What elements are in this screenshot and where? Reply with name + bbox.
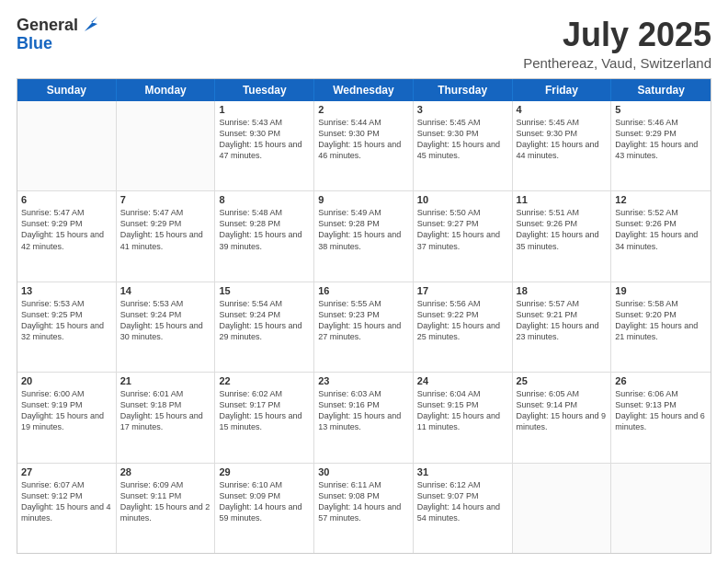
- sunrise-text: Sunrise: 5:54 AM: [219, 298, 310, 309]
- cal-cell-0-4: 3Sunrise: 5:45 AMSunset: 9:30 PMDaylight…: [414, 101, 513, 190]
- sunset-text: Sunset: 9:14 PM: [517, 399, 608, 410]
- day-number: 4: [517, 104, 608, 115]
- daylight-text: Daylight: 15 hours and 27 minutes.: [318, 320, 409, 342]
- calendar: Sunday Monday Tuesday Wednesday Thursday…: [17, 78, 711, 554]
- sunset-text: Sunset: 9:12 PM: [21, 490, 112, 501]
- daylight-text: Daylight: 15 hours and 39 minutes.: [219, 229, 310, 251]
- sunrise-text: Sunrise: 6:12 AM: [417, 479, 508, 490]
- sunrise-text: Sunrise: 5:50 AM: [417, 207, 508, 218]
- sunrise-text: Sunrise: 5:49 AM: [318, 207, 409, 218]
- day-number: 26: [615, 375, 707, 386]
- day-number: 24: [417, 375, 508, 386]
- sunrise-text: Sunrise: 6:09 AM: [120, 479, 211, 490]
- day-number: 29: [219, 466, 310, 477]
- sunset-text: Sunset: 9:18 PM: [120, 399, 211, 410]
- cal-cell-3-3: 23Sunrise: 6:03 AMSunset: 9:16 PMDayligh…: [314, 373, 414, 462]
- sunset-text: Sunset: 9:13 PM: [615, 399, 707, 410]
- daylight-text: Daylight: 15 hours and 46 minutes.: [318, 139, 409, 161]
- day-number: 13: [21, 285, 112, 296]
- daylight-text: Daylight: 15 hours and 6 minutes.: [615, 410, 707, 432]
- sunset-text: Sunset: 9:30 PM: [517, 128, 608, 139]
- daylight-text: Daylight: 15 hours and 45 minutes.: [417, 139, 508, 161]
- daylight-text: Daylight: 14 hours and 57 minutes.: [318, 501, 409, 523]
- sunrise-text: Sunrise: 6:02 AM: [219, 388, 310, 399]
- sunrise-text: Sunrise: 6:10 AM: [219, 479, 310, 490]
- sunset-text: Sunset: 9:22 PM: [417, 309, 508, 320]
- week-row-1: 6Sunrise: 5:47 AMSunset: 9:29 PMDaylight…: [17, 191, 711, 282]
- sunset-text: Sunset: 9:07 PM: [417, 490, 508, 501]
- week-row-3: 20Sunrise: 6:00 AMSunset: 9:19 PMDayligh…: [17, 373, 711, 463]
- daylight-text: Daylight: 15 hours and 47 minutes.: [219, 139, 310, 161]
- sunrise-text: Sunrise: 5:52 AM: [615, 207, 707, 218]
- logo-icon: [81, 15, 101, 35]
- logo-blue: Blue: [17, 34, 52, 52]
- cal-cell-0-5: 4Sunrise: 5:45 AMSunset: 9:30 PMDaylight…: [513, 101, 612, 190]
- daylight-text: Daylight: 15 hours and 13 minutes.: [318, 410, 409, 432]
- day-number: 6: [21, 194, 112, 205]
- cal-cell-1-3: 9Sunrise: 5:49 AMSunset: 9:28 PMDaylight…: [314, 191, 414, 281]
- sunset-text: Sunset: 9:16 PM: [318, 399, 409, 410]
- daylight-text: Daylight: 15 hours and 21 minutes.: [615, 320, 707, 342]
- day-number: 18: [517, 285, 608, 296]
- day-number: 23: [318, 375, 409, 386]
- daylight-text: Daylight: 15 hours and 32 minutes.: [21, 320, 112, 342]
- header: General Blue July 2025 Penthereaz, Vaud,…: [17, 17, 711, 71]
- day-number: 15: [219, 285, 310, 296]
- sunset-text: Sunset: 9:25 PM: [21, 309, 112, 320]
- sunset-text: Sunset: 9:28 PM: [318, 218, 409, 229]
- sunrise-text: Sunrise: 6:00 AM: [21, 388, 112, 399]
- subtitle: Penthereaz, Vaud, Switzerland: [523, 55, 711, 71]
- day-number: 30: [318, 466, 409, 477]
- sunrise-text: Sunrise: 6:11 AM: [318, 479, 409, 490]
- cal-cell-3-5: 25Sunrise: 6:05 AMSunset: 9:14 PMDayligh…: [513, 373, 612, 462]
- daylight-text: Daylight: 15 hours and 38 minutes.: [318, 229, 409, 251]
- sunset-text: Sunset: 9:24 PM: [219, 309, 310, 320]
- cal-cell-0-0: [17, 101, 117, 190]
- day-number: 21: [120, 375, 211, 386]
- calendar-header: Sunday Monday Tuesday Wednesday Thursday…: [17, 79, 711, 101]
- cal-cell-2-4: 17Sunrise: 5:56 AMSunset: 9:22 PMDayligh…: [414, 282, 513, 372]
- sunset-text: Sunset: 9:29 PM: [615, 128, 707, 139]
- sunrise-text: Sunrise: 5:53 AM: [21, 298, 112, 309]
- daylight-text: Daylight: 14 hours and 54 minutes.: [417, 501, 508, 523]
- day-number: 2: [318, 104, 409, 115]
- day-number: 27: [21, 466, 112, 477]
- cal-cell-4-2: 29Sunrise: 6:10 AMSunset: 9:09 PMDayligh…: [215, 464, 314, 553]
- sunrise-text: Sunrise: 5:43 AM: [219, 117, 310, 128]
- calendar-body: 1Sunrise: 5:43 AMSunset: 9:30 PMDaylight…: [17, 101, 711, 553]
- header-tuesday: Tuesday: [215, 79, 314, 101]
- header-friday: Friday: [513, 79, 612, 101]
- day-number: 19: [615, 285, 707, 296]
- cal-cell-4-6: [611, 464, 711, 553]
- sunset-text: Sunset: 9:24 PM: [120, 309, 211, 320]
- cal-cell-1-6: 12Sunrise: 5:52 AMSunset: 9:26 PMDayligh…: [611, 191, 711, 281]
- day-number: 12: [615, 194, 707, 205]
- daylight-text: Daylight: 15 hours and 35 minutes.: [517, 229, 608, 251]
- day-number: 25: [517, 375, 608, 386]
- sunrise-text: Sunrise: 6:05 AM: [517, 388, 608, 399]
- sunset-text: Sunset: 9:19 PM: [21, 399, 112, 410]
- sunrise-text: Sunrise: 5:48 AM: [219, 207, 310, 218]
- sunset-text: Sunset: 9:20 PM: [615, 309, 707, 320]
- daylight-text: Daylight: 15 hours and 19 minutes.: [21, 410, 112, 432]
- daylight-text: Daylight: 14 hours and 59 minutes.: [219, 501, 310, 523]
- header-monday: Monday: [117, 79, 216, 101]
- sunrise-text: Sunrise: 6:04 AM: [417, 388, 508, 399]
- daylight-text: Daylight: 15 hours and 30 minutes.: [120, 320, 211, 342]
- cal-cell-2-0: 13Sunrise: 5:53 AMSunset: 9:25 PMDayligh…: [17, 282, 117, 372]
- cal-cell-4-0: 27Sunrise: 6:07 AMSunset: 9:12 PMDayligh…: [17, 464, 117, 553]
- sunrise-text: Sunrise: 5:46 AM: [615, 117, 707, 128]
- sunrise-text: Sunrise: 6:01 AM: [120, 388, 211, 399]
- page: General Blue July 2025 Penthereaz, Vaud,…: [0, 0, 728, 563]
- daylight-text: Daylight: 15 hours and 4 minutes.: [21, 501, 112, 523]
- sunrise-text: Sunrise: 5:58 AM: [615, 298, 707, 309]
- cal-cell-1-0: 6Sunrise: 5:47 AMSunset: 9:29 PMDaylight…: [17, 191, 117, 281]
- cal-cell-3-0: 20Sunrise: 6:00 AMSunset: 9:19 PMDayligh…: [17, 373, 117, 462]
- cal-cell-2-1: 14Sunrise: 5:53 AMSunset: 9:24 PMDayligh…: [117, 282, 216, 372]
- sunset-text: Sunset: 9:27 PM: [417, 218, 508, 229]
- sunrise-text: Sunrise: 5:47 AM: [120, 207, 211, 218]
- day-number: 20: [21, 375, 112, 386]
- day-number: 1: [219, 104, 310, 115]
- sunrise-text: Sunrise: 5:44 AM: [318, 117, 409, 128]
- day-number: 17: [417, 285, 508, 296]
